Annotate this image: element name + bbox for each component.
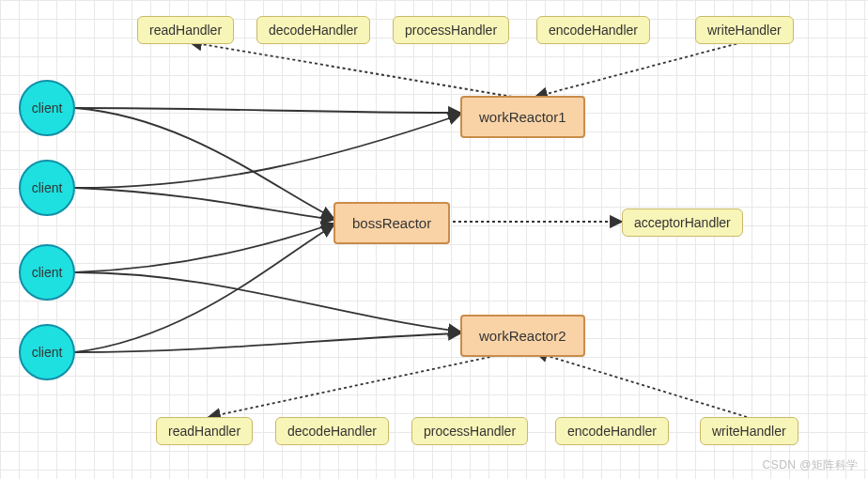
acceptor-handler: acceptorHandler: [622, 209, 743, 237]
write-handler-top: writeHandler: [695, 16, 794, 44]
client-node: client: [19, 160, 75, 216]
client-node: client: [19, 244, 75, 301]
client-label: client: [32, 100, 63, 116]
read-handler-top: readHandler: [137, 16, 234, 44]
encode-handler-bottom: encodeHandler: [555, 417, 669, 445]
watermark: CSDN @矩阵科学: [762, 457, 859, 473]
work-reactor-1: workReactor1: [460, 96, 585, 138]
client-node: client: [19, 324, 75, 380]
client-node: client: [19, 80, 75, 136]
process-handler-bottom: processHandler: [411, 417, 528, 445]
work-reactor-2: workReactor2: [460, 315, 585, 357]
client-label: client: [32, 180, 63, 195]
decode-handler-top: decodeHandler: [256, 16, 370, 44]
client-label: client: [32, 345, 63, 360]
read-handler-bottom: readHandler: [156, 417, 253, 445]
decode-handler-bottom: decodeHandler: [275, 417, 389, 445]
process-handler-top: processHandler: [393, 16, 509, 44]
encode-handler-top: encodeHandler: [536, 16, 650, 44]
write-handler-bottom: writeHandler: [700, 417, 798, 445]
boss-reactor: bossReactor: [333, 202, 450, 244]
client-label: client: [32, 265, 63, 280]
